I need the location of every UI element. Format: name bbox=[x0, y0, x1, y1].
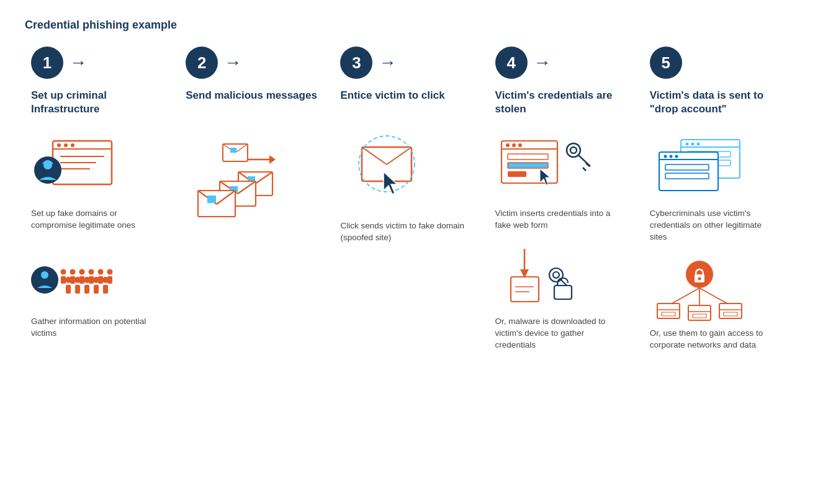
step-3-number: 3 bbox=[340, 47, 372, 79]
step-5-content: Cybercriminals use victim's credentials … bbox=[650, 135, 792, 362]
step-2-title: Send malicious messages bbox=[186, 89, 317, 124]
step-5-header: 5 bbox=[650, 47, 792, 79]
step-5-title: Victim's data is sent to "drop account" bbox=[650, 89, 792, 124]
step-1-content: Set up fake domains or compromise legiti… bbox=[31, 135, 173, 351]
svg-rect-81 bbox=[554, 286, 572, 299]
step-2-icon-block bbox=[186, 135, 328, 222]
svg-point-98 bbox=[698, 277, 701, 281]
step-5-icon-block-2: Or, use them to gain access to corporate… bbox=[650, 254, 792, 351]
svg-point-30 bbox=[98, 269, 104, 274]
svg-rect-23 bbox=[61, 276, 66, 284]
step-4-desc-2: Or, malware is downloaded to victim's de… bbox=[495, 316, 619, 351]
svg-point-91 bbox=[663, 155, 667, 158]
svg-rect-25 bbox=[70, 276, 75, 284]
svg-rect-13 bbox=[66, 285, 71, 294]
step-1-icon-block-1: Set up fake domains or compromise legiti… bbox=[31, 135, 173, 232]
step-3-arrow: → bbox=[379, 54, 396, 71]
svg-rect-19 bbox=[94, 285, 99, 294]
svg-rect-51 bbox=[230, 148, 236, 153]
step-4-desc-1: Victim inserts credentials into a fake w… bbox=[495, 208, 619, 232]
step-1-desc-2: Gather information on potential victims bbox=[31, 316, 155, 340]
step-2-header: 2 → bbox=[186, 47, 328, 79]
svg-rect-27 bbox=[79, 276, 84, 284]
step-2-content bbox=[186, 135, 328, 233]
svg-rect-71 bbox=[511, 277, 539, 302]
step-1: 1 → Set up criminal Infrastructure bbox=[25, 47, 179, 351]
svg-point-3 bbox=[64, 143, 68, 147]
step-1-title: Set up criminal Infrastructure bbox=[31, 89, 173, 124]
step-4-arrow: → bbox=[534, 54, 551, 71]
svg-point-28 bbox=[89, 269, 94, 274]
svg-marker-47 bbox=[269, 155, 276, 164]
svg-point-60 bbox=[512, 143, 516, 147]
step-3-icon-block: Click sends victim to fake domain (spoof… bbox=[340, 135, 482, 244]
svg-rect-17 bbox=[84, 285, 89, 294]
step-5-desc-1: Cybercriminals use victim's credentials … bbox=[650, 208, 774, 243]
svg-rect-45 bbox=[207, 196, 216, 203]
svg-point-77 bbox=[553, 272, 559, 278]
svg-point-84 bbox=[685, 142, 688, 145]
svg-rect-89 bbox=[659, 152, 718, 191]
step-2-icon bbox=[186, 135, 285, 222]
step-5-desc-2: Or, use them to gain access to corporate… bbox=[650, 328, 774, 351]
step-1-arrow: → bbox=[70, 54, 87, 71]
step-5-icon-1 bbox=[650, 135, 749, 203]
step-5: 5 Victim's data is sent to "drop account… bbox=[644, 47, 798, 362]
step-1-icon-1 bbox=[31, 135, 130, 203]
step-1-header: 1 → bbox=[31, 47, 173, 79]
flow-container: 1 → Set up criminal Infrastructure bbox=[25, 47, 798, 362]
step-5-icon-2 bbox=[650, 254, 749, 323]
svg-point-22 bbox=[61, 269, 66, 274]
step-3-desc: Click sends victim to fake domain (spoof… bbox=[340, 220, 464, 244]
svg-point-85 bbox=[691, 142, 694, 145]
step-4-header: 4 → bbox=[495, 47, 637, 79]
step-2-arrow: → bbox=[224, 54, 241, 71]
svg-rect-15 bbox=[75, 285, 80, 294]
svg-rect-21 bbox=[103, 285, 108, 294]
page-title: Credential phishing example bbox=[25, 19, 798, 32]
svg-rect-33 bbox=[107, 276, 112, 284]
svg-point-61 bbox=[518, 143, 522, 147]
svg-point-24 bbox=[70, 269, 76, 274]
svg-point-66 bbox=[570, 147, 577, 153]
step-3: 3 → Entice victim to click bbox=[334, 47, 488, 255]
step-4-title: Victim's credentials are stolen bbox=[495, 89, 637, 124]
svg-rect-63 bbox=[508, 163, 548, 168]
svg-point-10 bbox=[31, 266, 58, 294]
step-3-icon bbox=[340, 135, 439, 215]
svg-point-93 bbox=[675, 155, 678, 158]
svg-line-99 bbox=[668, 288, 699, 305]
step-3-content: Click sends victim to fake domain (spoof… bbox=[340, 135, 482, 255]
step-2: 2 → Send malicious messages bbox=[179, 47, 334, 233]
step-4: 4 → Victim's credentials are stolen bbox=[489, 47, 644, 362]
svg-point-92 bbox=[669, 155, 672, 158]
step-4-icon-block-2: Or, malware is downloaded to victim's de… bbox=[495, 243, 637, 351]
step-1-icon-2 bbox=[31, 243, 130, 311]
svg-rect-29 bbox=[89, 276, 94, 284]
step-4-icon-block-1: Victim inserts credentials into a fake w… bbox=[495, 135, 637, 232]
step-3-header: 3 → bbox=[340, 47, 482, 79]
step-1-icon-block-2: Gather information on potential victims bbox=[31, 243, 173, 340]
step-1-desc-1: Set up fake domains or compromise legiti… bbox=[31, 208, 155, 232]
svg-point-11 bbox=[41, 271, 48, 279]
svg-point-32 bbox=[107, 269, 113, 274]
svg-point-26 bbox=[79, 269, 85, 274]
step-4-number: 4 bbox=[495, 47, 528, 79]
step-2-number: 2 bbox=[186, 47, 218, 79]
svg-rect-31 bbox=[98, 276, 103, 284]
svg-rect-64 bbox=[508, 171, 526, 177]
step-4-content: Victim inserts credentials into a fake w… bbox=[495, 135, 637, 362]
step-1-number: 1 bbox=[31, 47, 63, 79]
step-5-icon-block-1: Cybercriminals use victim's credentials … bbox=[650, 135, 792, 243]
step-3-title: Entice victim to click bbox=[340, 89, 444, 124]
step-4-icon-1 bbox=[495, 135, 595, 203]
svg-point-86 bbox=[696, 142, 699, 145]
svg-line-69 bbox=[583, 168, 586, 171]
svg-point-2 bbox=[57, 143, 61, 147]
step-4-icon-2 bbox=[495, 243, 595, 311]
step-5-number: 5 bbox=[650, 47, 682, 79]
svg-point-4 bbox=[71, 143, 74, 147]
svg-line-101 bbox=[699, 288, 731, 305]
svg-point-59 bbox=[506, 143, 510, 147]
